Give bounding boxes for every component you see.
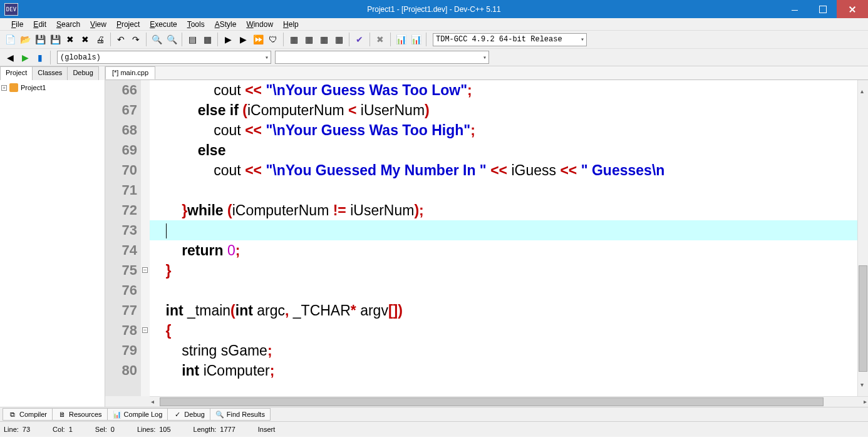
nav-back-icon[interactable]: ◀	[3, 51, 17, 64]
output-tabs: ⧉Compiler🗎Resources📊Compile Log✓Debug🔍Fi…	[0, 407, 868, 421]
tab-icon: ⧉	[8, 410, 17, 419]
code-editor[interactable]: 666768697071727374757677787980 −− cout <…	[105, 80, 868, 396]
new-file-icon[interactable]: 📄	[3, 33, 17, 46]
print-icon[interactable]: 🖨	[93, 33, 107, 46]
fold-icon[interactable]: −	[142, 327, 148, 333]
output-tab-find-results[interactable]: 🔍Find Results	[210, 408, 271, 421]
code-line[interactable]: cout << "\nYour Guess Was Too Low";	[150, 80, 857, 100]
goto-bookmark-icon[interactable]: ▦	[200, 33, 214, 46]
undo-icon[interactable]: ↶	[114, 33, 128, 46]
replace-icon[interactable]: 🔍	[165, 33, 178, 46]
find-icon[interactable]: 🔍	[150, 33, 163, 46]
grid-icon[interactable]: ▦	[287, 33, 301, 46]
compiler-select[interactable]: TDM-GCC 4.9.2 64-bit Release	[433, 33, 587, 46]
code-line[interactable]: }	[150, 260, 857, 280]
compile-run-icon[interactable]: ⏩	[251, 33, 265, 46]
stop-icon[interactable]: ✖	[373, 33, 387, 46]
scroll-thumb[interactable]	[160, 397, 824, 406]
vertical-scrollbar[interactable]	[857, 80, 868, 396]
grid2-icon[interactable]: ▦	[302, 33, 316, 46]
code-line[interactable]: cout << "\nYou Guessed My Number In " <<…	[150, 160, 857, 180]
profile-icon[interactable]: 📊	[394, 33, 408, 46]
close-file-icon[interactable]: ✖	[63, 33, 77, 46]
code-line[interactable]	[150, 180, 857, 200]
code-line[interactable]: string sGame;	[150, 340, 857, 361]
toolbar-separator	[146, 33, 147, 46]
code-line[interactable]: {	[150, 320, 857, 340]
file-tab-bar: [*] main.cpp	[105, 66, 868, 80]
output-tab-debug[interactable]: ✓Debug	[167, 408, 210, 421]
sidebar-tabs: ProjectClassesDebug	[0, 66, 105, 80]
menu-execute[interactable]: Execute	[145, 19, 182, 30]
main-area: ProjectClassesDebug + Project1 [*] main.…	[0, 66, 868, 407]
scope-select[interactable]: (globals)	[57, 51, 271, 64]
save-icon[interactable]: 💾	[33, 33, 47, 46]
open-icon[interactable]: 📂	[18, 33, 32, 46]
menu-tools[interactable]: Tools	[182, 19, 210, 30]
save-all-icon[interactable]: 💾	[48, 33, 62, 46]
code-line[interactable]: else	[150, 140, 857, 160]
code-line[interactable]: return 0;	[150, 240, 857, 260]
code-line[interactable]: int _tmain(int argc, _TCHAR* argv[])	[150, 300, 857, 320]
redo-icon[interactable]: ↷	[129, 33, 143, 46]
grid4-icon[interactable]: ▦	[332, 33, 346, 46]
output-tab-compile-log[interactable]: 📊Compile Log	[107, 408, 168, 421]
close-button[interactable]	[837, 0, 868, 18]
horizontal-scrollbar[interactable]	[150, 396, 868, 407]
title-bar: DEV Project1 - [Project1.dev] - Dev-C++ …	[0, 0, 868, 18]
debug-check-icon[interactable]: ✔	[353, 33, 366, 46]
member-select[interactable]	[275, 51, 489, 64]
toggle-bookmark-icon[interactable]: ▤	[185, 33, 199, 46]
toolbar-separator	[390, 33, 391, 46]
close-all-icon[interactable]: ✖	[78, 33, 92, 46]
run-icon[interactable]: ▶	[236, 33, 250, 46]
sidebar-tab-classes[interactable]: Classes	[32, 66, 68, 80]
status-mode: Insert	[258, 426, 276, 433]
menu-file[interactable]: File	[6, 19, 28, 30]
code-line[interactable]: cout << "\nYour Guess Was Too High";	[150, 120, 857, 140]
fold-column: −−	[141, 80, 150, 396]
code-line[interactable]: int iComputer;	[150, 361, 857, 381]
output-tab-compiler[interactable]: ⧉Compiler	[3, 408, 53, 421]
sidebar-tab-debug[interactable]: Debug	[67, 66, 98, 80]
rebuild-icon[interactable]: 🛡	[266, 33, 280, 46]
nav-bookmark-icon[interactable]: ▮	[33, 51, 47, 64]
toolbar-separator	[182, 33, 182, 46]
tab-label: Resources	[69, 411, 102, 418]
sidebar-tab-project[interactable]: Project	[0, 66, 33, 80]
menu-astyle[interactable]: AStyle	[210, 19, 242, 30]
tab-label: Compiler	[19, 411, 47, 418]
menu-search[interactable]: Search	[51, 19, 85, 30]
code-line[interactable]: else if (iComputerNum < iUserNum)	[150, 100, 857, 120]
delete-profile-icon[interactable]: 📊	[409, 33, 423, 46]
toolbar-nav: ◀ ▶ ▮ (globals)	[0, 49, 868, 66]
menu-window[interactable]: Window	[241, 19, 278, 30]
grid3-icon[interactable]: ▦	[317, 33, 331, 46]
menu-edit[interactable]: Edit	[28, 19, 51, 30]
menu-view[interactable]: View	[85, 19, 111, 30]
tab-icon: ✓	[173, 410, 182, 419]
status-sel: Sel:0	[95, 426, 115, 433]
expand-icon[interactable]: +	[1, 85, 7, 91]
output-tab-resources[interactable]: 🗎Resources	[52, 408, 108, 421]
menu-help[interactable]: Help	[278, 19, 304, 30]
compile-icon[interactable]: ▶	[221, 33, 235, 46]
scroll-thumb[interactable]	[859, 265, 867, 372]
code-line[interactable]: }while (iComputerNum != iUserNum);	[150, 200, 857, 220]
fold-icon[interactable]: −	[142, 267, 148, 273]
code-line[interactable]	[150, 220, 857, 240]
toolbar-separator	[426, 33, 426, 46]
menu-project[interactable]: Project	[111, 19, 145, 30]
project-tree[interactable]: + Project1	[0, 80, 105, 407]
tree-root[interactable]: + Project1	[1, 83, 103, 93]
nav-fwd-icon[interactable]: ▶	[18, 51, 32, 64]
status-lines: Lines:105	[137, 426, 171, 433]
tab-icon: 🔍	[215, 410, 224, 419]
code-content[interactable]: cout << "\nYour Guess Was Too Low"; else…	[150, 80, 857, 396]
code-line[interactable]	[150, 280, 857, 300]
text-cursor	[166, 223, 167, 238]
minimize-button[interactable]	[780, 0, 809, 18]
maximize-button[interactable]	[809, 0, 837, 18]
tab-icon: 🗎	[58, 410, 66, 419]
file-tab[interactable]: [*] main.cpp	[105, 66, 155, 79]
